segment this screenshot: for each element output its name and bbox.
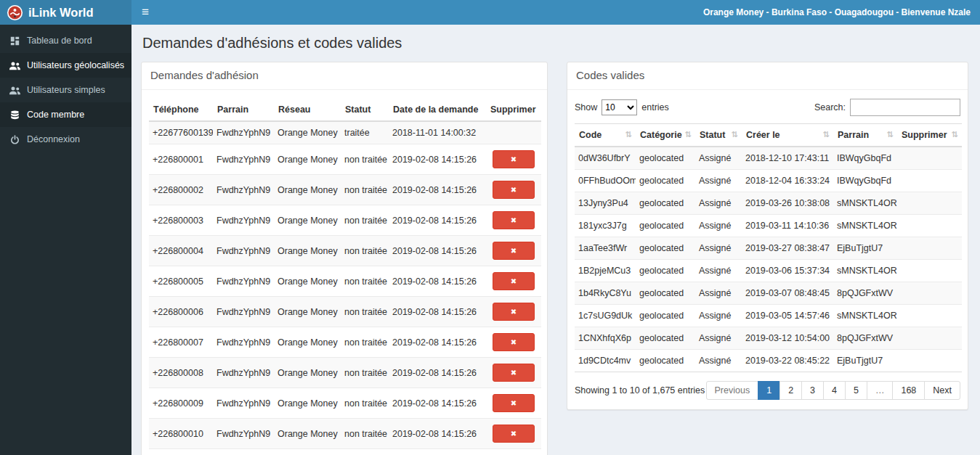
supprimer-cell: ✖ (486, 266, 541, 297)
parrain-cell: FwdhzYphN9 (213, 419, 274, 449)
sidebar-item-tableau-de-bord[interactable]: Tableau de bord (0, 28, 131, 53)
codes-column-header-statut[interactable]: Statut⇅ (695, 124, 742, 147)
pagination-button-next[interactable]: Next (924, 381, 960, 400)
delete-request-button[interactable]: ✖ (493, 333, 535, 351)
pagination-button-5[interactable]: 5 (845, 381, 867, 400)
supprimer-cell: ✖ (486, 388, 541, 419)
code-row: 13Jyny3Pu4geolocatedAssigné2019-03-26 10… (575, 192, 962, 215)
requests-table: TéléphoneParrainRéseauStatutDate de la d… (149, 99, 541, 455)
brand-title: iLink World (28, 6, 94, 20)
creer-le-cell: 2019-03-06 15:37:34 (742, 260, 833, 282)
parrain-cell: FwdhzYphN9 (213, 266, 274, 297)
delete-request-button[interactable]: ✖ (493, 242, 535, 260)
dashboard-icon (9, 36, 20, 46)
statut-cell: non traitée (341, 175, 389, 205)
search-label: Search: (814, 102, 846, 112)
delete-request-button[interactable]: ✖ (493, 364, 535, 382)
sidebar-item-utilisateurs-simples[interactable]: Utilisateurs simples (0, 78, 131, 102)
requests-column-header-parrain: Parrain (213, 99, 274, 121)
code-row: 1B2pjeMCu3geolocatedAssigné2019-03-06 15… (575, 260, 962, 282)
phone-cell: +226800003 (149, 205, 213, 236)
date-cell: 2019-02-08 14:15:26 (389, 236, 486, 266)
statut-cell: Assigné (695, 170, 742, 192)
codes-search-input[interactable] (850, 99, 960, 116)
app-brand[interactable]: iLink World (0, 0, 131, 25)
page-size-select[interactable]: 10 (602, 99, 637, 115)
user-greeting[interactable]: Orange Money - Burkina Faso - Ouagadougo… (703, 7, 980, 17)
sidebar-item-deconnexion[interactable]: Déconnexion (0, 127, 131, 152)
codes-column-header-cat-gorie[interactable]: Catégorie⇅ (636, 124, 695, 147)
request-row: +226800005FwdhzYphN9Orange Moneynon trai… (149, 266, 541, 297)
codes-column-header-parrain[interactable]: Parrain⇅ (833, 124, 897, 147)
sidebar-item-code-membre[interactable]: Code membre (0, 102, 131, 127)
pagination-button-3[interactable]: 3 (801, 381, 824, 400)
reseau-cell: Orange Money (274, 266, 341, 297)
supprimer-cell: ✖ (486, 175, 541, 205)
parrain-cell: FwdhzYphN9 (213, 205, 274, 236)
delete-request-button[interactable]: ✖ (493, 150, 535, 168)
code-cell: 0FFhBudOOm (575, 170, 636, 192)
statut-cell: non traitée (341, 388, 389, 419)
codes-summary: Showing 1 to 10 of 1,675 entries (575, 385, 705, 395)
delete-x-icon: ✖ (511, 369, 517, 377)
parrain-cell: FwdhzYphN9 (213, 358, 274, 388)
codes-panel: Codes valides Show 10 entries Search: Co… (567, 62, 968, 410)
date-cell: 2019-02-12 19:10:32 (389, 449, 486, 455)
categorie-cell: geolocated (636, 237, 695, 260)
delete-request-button[interactable]: ✖ (493, 425, 535, 443)
reseau-cell: Orange Money (274, 236, 341, 266)
codes-column-header-code[interactable]: Code⇅ (575, 124, 636, 147)
requests-column-header-t-l-phone: Téléphone (149, 99, 213, 121)
code-cell: 1B2pjeMCu3 (575, 260, 636, 282)
page-title: Demandes d'adhésions et codes valides (142, 35, 968, 52)
codes-table-footer: Showing 1 to 10 of 1,675 entries Previou… (575, 381, 960, 402)
delete-request-button[interactable]: ✖ (493, 181, 535, 199)
parrain-cell: FwdhzYphN9 (213, 297, 274, 327)
sidebar-item-utilisateurs-geolocalises[interactable]: Utilisateurs géolocalisés (0, 53, 131, 78)
pagination-button-1[interactable]: 1 (758, 381, 780, 400)
codes-table-body: 0dW36UfbrYgeolocatedAssigné2018-12-10 17… (575, 147, 962, 372)
date-cell: 2019-02-08 14:15:26 (389, 297, 486, 327)
delete-request-button[interactable]: ✖ (493, 272, 535, 290)
date-cell: 2019-02-08 14:15:26 (389, 419, 486, 449)
parrain-cell: sMNSKTL4OR (833, 305, 897, 327)
pagination-button-4[interactable]: 4 (823, 381, 846, 400)
codes-column-header-supprimer[interactable]: Supprimer⇅ (897, 124, 962, 147)
supprimer-cell (897, 260, 962, 282)
delete-x-icon: ✖ (511, 216, 517, 224)
delete-request-button[interactable]: ✖ (493, 211, 535, 229)
requests-table-body: +22677600139FwdhzYphN9Orange Moneytraité… (149, 121, 541, 455)
creer-le-cell: 2019-03-12 10:54:00 (742, 327, 833, 350)
statut-cell: non traitée (341, 266, 389, 297)
app-logo-icon (7, 4, 23, 21)
supprimer-cell (897, 350, 962, 372)
supprimer-cell: ✖ (486, 236, 541, 266)
code-cell: 1CNXhfqX6p (575, 327, 636, 350)
creer-le-cell: 2019-03-27 08:38:47 (742, 237, 833, 260)
pagination-button-2[interactable]: 2 (779, 381, 802, 400)
delete-request-button[interactable]: ✖ (493, 303, 535, 321)
request-row: +226800004FwdhzYphN9Orange Moneynon trai… (149, 236, 541, 266)
column-label: Code (579, 130, 602, 140)
statut-cell: non traitée (341, 297, 389, 327)
menu-toggle-button[interactable]: ≡ (131, 0, 159, 25)
sidebar-item-label: Code membre (27, 110, 84, 120)
requests-panel: Demandes d'adhésion TéléphoneParrainRése… (141, 62, 548, 455)
supprimer-cell: ✖ (486, 144, 541, 175)
supprimer-cell (897, 215, 962, 237)
date-cell: 2019-02-08 14:15:26 (389, 327, 486, 358)
request-row: +226800009FwdhzYphN9Orange Moneynon trai… (149, 388, 541, 419)
delete-request-button[interactable]: ✖ (493, 394, 535, 412)
statut-cell: Assigné (695, 327, 742, 350)
statut-cell: traitée (341, 121, 389, 144)
navbar: ≡ Orange Money - Burkina Faso - Ouagadou… (131, 0, 980, 25)
sidebar-menu: Tableau de bordUtilisateurs géolocalisés… (0, 25, 131, 455)
parrain-cell: FwdhzYphN9 (213, 121, 274, 144)
code-cell: 1aaTee3fWr (575, 237, 636, 260)
pagination-button-168[interactable]: 168 (892, 381, 925, 400)
codes-column-header-cr-er-le[interactable]: Créer le⇅ (742, 124, 833, 147)
pagination-button-previous[interactable]: Previous (706, 381, 759, 400)
request-row: +226800330FwdhzYphN9Orange Moneynon trai… (149, 449, 541, 455)
phone-cell: +226800002 (149, 175, 213, 205)
parrain-cell: 8pQJGFxtWV (833, 327, 897, 350)
